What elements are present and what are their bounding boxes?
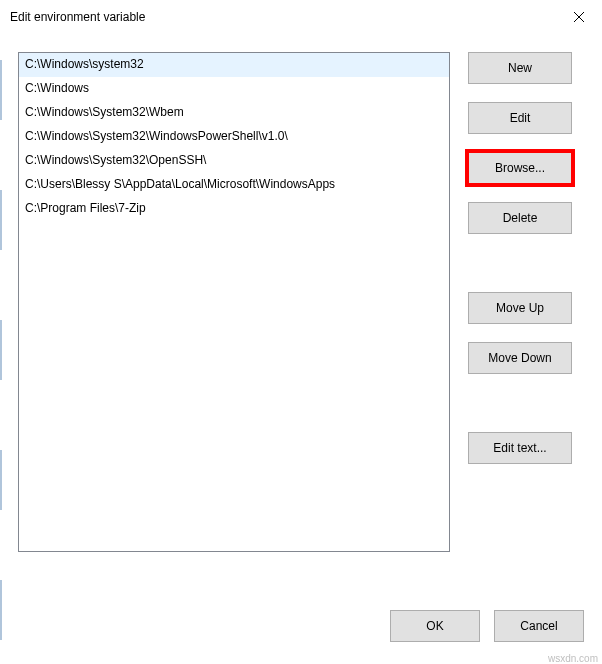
side-button-column: New Edit Browse... Delete Move Up Move D… <box>468 52 572 552</box>
list-item[interactable]: C:\Windows\system32 <box>19 53 449 77</box>
list-item[interactable]: C:\Program Files\7-Zip <box>19 197 449 221</box>
list-item[interactable]: C:\Windows\System32\Wbem <box>19 101 449 125</box>
edit-text-button[interactable]: Edit text... <box>468 432 572 464</box>
list-item[interactable]: C:\Windows\System32\WindowsPowerShell\v1… <box>19 125 449 149</box>
browse-button[interactable]: Browse... <box>468 152 572 184</box>
move-down-button[interactable]: Move Down <box>468 342 572 374</box>
path-listbox[interactable]: C:\Windows\system32C:\WindowsC:\Windows\… <box>18 52 450 552</box>
dialog-title: Edit environment variable <box>10 10 145 24</box>
close-button[interactable] <box>556 0 602 34</box>
list-item[interactable]: C:\Windows <box>19 77 449 101</box>
close-icon <box>574 12 584 22</box>
list-item[interactable]: C:\Windows\System32\OpenSSH\ <box>19 149 449 173</box>
new-button[interactable]: New <box>468 52 572 84</box>
delete-button[interactable]: Delete <box>468 202 572 234</box>
list-item[interactable]: C:\Users\Blessy S\AppData\Local\Microsof… <box>19 173 449 197</box>
cancel-button[interactable]: Cancel <box>494 610 584 642</box>
move-up-button[interactable]: Move Up <box>468 292 572 324</box>
window-left-edge-artifact <box>0 60 2 664</box>
titlebar: Edit environment variable <box>0 0 602 34</box>
edit-button[interactable]: Edit <box>468 102 572 134</box>
dialog-footer: OK Cancel <box>390 610 584 642</box>
dialog-content: C:\Windows\system32C:\WindowsC:\Windows\… <box>0 34 602 552</box>
ok-button[interactable]: OK <box>390 610 480 642</box>
watermark: wsxdn.com <box>548 653 598 664</box>
